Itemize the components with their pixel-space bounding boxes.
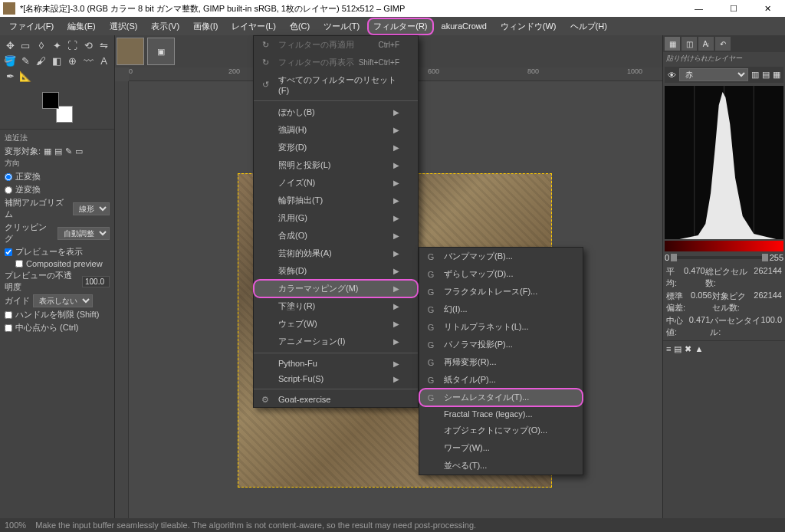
menu-フィルターr[interactable]: フィルター(R): [367, 18, 433, 35]
layer-action-1[interactable]: ▥: [751, 70, 759, 80]
menu-item[interactable]: 輪郭抽出(T)▶: [254, 192, 418, 209]
menu-item[interactable]: ↺すべてのフィルターのリセット(F): [254, 71, 418, 98]
color-swatches[interactable]: [42, 92, 73, 123]
menu-item[interactable]: 装飾(D)▶: [254, 262, 418, 280]
menu-item[interactable]: 並べる(T)...: [419, 457, 583, 475]
tool-bucket[interactable]: 🪣: [3, 54, 17, 67]
tool-crop[interactable]: ⛶: [66, 38, 80, 52]
dock-icon-1[interactable]: ≡: [666, 344, 671, 354]
menu-label: 幻(I)...: [444, 304, 468, 315]
dock-tab-layers[interactable]: ▦: [665, 37, 680, 51]
tool-flip[interactable]: ⇋: [97, 38, 111, 52]
menu-item[interactable]: 下塗り(R)▶: [254, 297, 418, 315]
menu-item[interactable]: ノイズ(N)▶: [254, 174, 418, 192]
slider-thumb-right[interactable]: [762, 254, 768, 261]
dock-icon-3[interactable]: ✖: [685, 344, 691, 354]
tool-free-select[interactable]: ◊: [34, 38, 48, 52]
menu-item[interactable]: ⚙Goat-exercise: [254, 392, 418, 407]
tool-measure[interactable]: 📐: [18, 69, 32, 83]
tool-brush[interactable]: 🖌: [34, 54, 48, 67]
menu-item[interactable]: アニメーション(I)▶: [254, 333, 418, 350]
image-tab-1[interactable]: [117, 38, 144, 65]
menu-item[interactable]: G再帰変形(R)...: [419, 353, 583, 371]
menu-ウィンドウw[interactable]: ウィンドウ(W): [494, 18, 563, 35]
menu-item[interactable]: Gフラクタルトレース(F)...: [419, 283, 583, 300]
composited-checkbox[interactable]: [15, 260, 23, 268]
menu-akuracrowd[interactable]: akuraCrowd: [435, 18, 493, 34]
menu-item[interactable]: Gバンプマップ(B)...: [419, 248, 583, 265]
tool-text[interactable]: A: [97, 54, 111, 67]
dock-tab-undo[interactable]: ↶: [715, 37, 731, 51]
layer-action-2[interactable]: ▤: [762, 70, 770, 80]
maximize-button[interactable]: ☐: [716, 0, 751, 17]
menu-item[interactable]: 汎用(G)▶: [254, 209, 418, 227]
menu-ファイルf[interactable]: ファイル(F): [3, 18, 60, 35]
preview-checkbox[interactable]: [5, 248, 12, 256]
slider-thumb-left[interactable]: [671, 254, 677, 261]
menu-item[interactable]: G紙タイル(P)...: [419, 371, 583, 389]
layer-row[interactable]: 👁 赤 ▥ ▤ ▦: [665, 67, 783, 83]
fg-color[interactable]: [42, 92, 59, 109]
menu-item[interactable]: Python-Fu▶: [254, 356, 418, 371]
dock-icon-2[interactable]: ▤: [674, 344, 682, 354]
menu-選択s[interactable]: 選択(S): [103, 18, 144, 35]
menu-item[interactable]: Gシームレスタイル(T)...: [419, 389, 583, 406]
layer-action-3[interactable]: ▦: [773, 70, 780, 80]
menu-item[interactable]: G幻(I)...: [419, 300, 583, 318]
submenu-arrow-icon: ▶: [393, 143, 399, 152]
menu-item[interactable]: オブジェクトにマップ(O)...: [419, 422, 583, 439]
slider-track[interactable]: [671, 256, 768, 259]
menu-item[interactable]: Fractal Trace (legacy)...: [419, 406, 583, 422]
menu-item[interactable]: カラーマッピング(M)▶: [254, 280, 418, 297]
minimize-button[interactable]: —: [682, 0, 716, 17]
transform-icon2[interactable]: ▤: [54, 146, 62, 156]
menu-item[interactable]: 強調(H)▶: [254, 121, 418, 139]
menu-item[interactable]: 変形(D)▶: [254, 139, 418, 156]
menu-item[interactable]: Gパノラマ投影(P)...: [419, 336, 583, 353]
tool-clone[interactable]: ⊕: [66, 54, 80, 67]
direction-forward[interactable]: [5, 173, 12, 181]
guide-select[interactable]: 表示しない: [33, 294, 93, 307]
tool-path[interactable]: ✒: [3, 69, 17, 83]
menu-画像i[interactable]: 画像(I): [187, 18, 224, 35]
menu-ツールt[interactable]: ツール(T): [317, 18, 366, 35]
dock-tab-channels[interactable]: ◫: [682, 37, 697, 51]
transform-icon3[interactable]: ✎: [65, 146, 72, 156]
tool-rect-select[interactable]: ▭: [18, 38, 32, 52]
zoom-level[interactable]: 100%: [5, 521, 26, 530]
menu-item[interactable]: 照明と投影(L)▶: [254, 156, 418, 174]
menu-レイヤーl[interactable]: レイヤー(L): [225, 18, 281, 35]
channel-select[interactable]: 赤: [679, 68, 748, 81]
menu-編集e[interactable]: 編集(E): [61, 18, 102, 35]
menu-item[interactable]: Gずらしマップ(D)...: [419, 265, 583, 283]
tool-rotate[interactable]: ⟲: [81, 38, 95, 52]
menu-item[interactable]: ぼかし(B)▶: [254, 103, 418, 121]
menu-item[interactable]: Script-Fu(S)▶: [254, 371, 418, 386]
tool-fuzzy-select[interactable]: ✦: [50, 38, 64, 52]
menu-色c[interactable]: 色(C): [284, 18, 316, 35]
visibility-icon[interactable]: 👁: [668, 71, 676, 80]
tool-move[interactable]: ✥: [3, 38, 17, 52]
menu-表示v[interactable]: 表示(V): [145, 18, 186, 35]
close-button[interactable]: ✕: [751, 0, 785, 17]
transform-icon4[interactable]: ▭: [75, 146, 83, 156]
tool-eraser[interactable]: ◧: [50, 54, 64, 67]
direction-backward[interactable]: [5, 186, 12, 194]
dock-tab-paths[interactable]: Aᵢ: [698, 37, 714, 51]
opacity-input[interactable]: [82, 276, 110, 287]
menu-ヘルプh[interactable]: ヘルプ(H): [564, 18, 613, 35]
image-tab-2[interactable]: ▣: [147, 38, 175, 65]
menu-item[interactable]: ワープ(W)...: [419, 439, 583, 457]
transform-icon[interactable]: ▦: [44, 146, 51, 156]
menu-item[interactable]: 芸術的効果(A)▶: [254, 245, 418, 262]
menu-item[interactable]: Gリトルプラネット(L)...: [419, 318, 583, 336]
handle-checkbox[interactable]: [5, 311, 12, 319]
tool-smudge[interactable]: 〰: [81, 54, 95, 67]
tool-pencil[interactable]: ✎: [18, 54, 32, 67]
center-checkbox[interactable]: [5, 324, 12, 332]
dock-icon-4[interactable]: ▲: [695, 344, 703, 354]
interp-select[interactable]: 線形: [73, 202, 110, 215]
clip-select[interactable]: 自動調整: [57, 227, 110, 240]
menu-item[interactable]: ウェブ(W)▶: [254, 315, 418, 333]
menu-item[interactable]: 合成(O)▶: [254, 227, 418, 245]
